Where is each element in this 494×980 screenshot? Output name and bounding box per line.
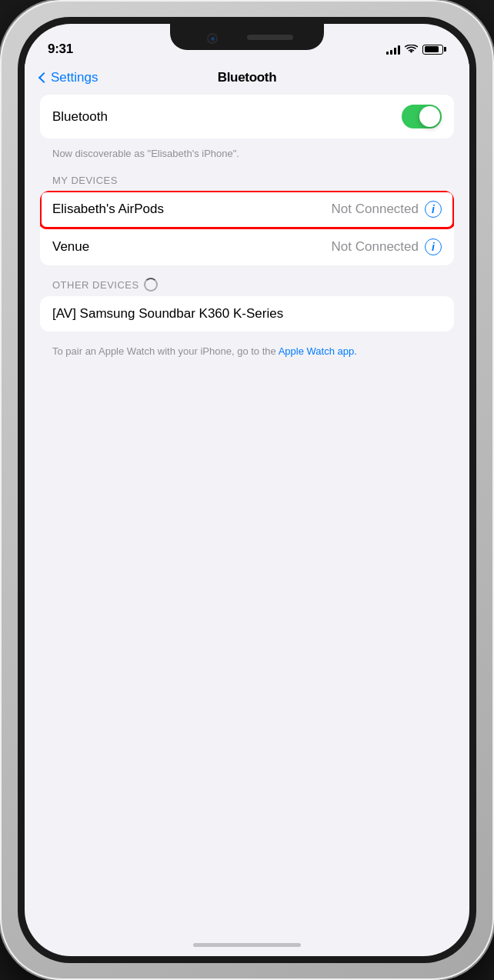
venue-info-icon: i xyxy=(432,242,435,252)
airpods-name: Elisabeth's AirPods xyxy=(52,202,164,217)
airpods-info-button[interactable]: i xyxy=(425,201,442,218)
notch xyxy=(170,24,324,50)
bluetooth-toggle-row: Bluetooth xyxy=(40,95,454,138)
soundbar-device-row[interactable]: [AV] Samsung Soundbar K360 K-Series xyxy=(40,296,454,332)
venue-status-group: Not Connected i xyxy=(332,238,442,255)
venue-status: Not Connected xyxy=(332,239,419,255)
other-devices-card: [AV] Samsung Soundbar K360 K-Series xyxy=(40,296,454,332)
venue-info-button[interactable]: i xyxy=(425,238,442,255)
bluetooth-toggle-label: Bluetooth xyxy=(52,109,108,125)
back-chevron-icon xyxy=(38,72,49,83)
status-icons xyxy=(386,45,446,55)
apple-watch-app-link[interactable]: Apple Watch app. xyxy=(279,345,357,357)
my-devices-card: Elisabeth's AirPods Not Connected i Venu… xyxy=(40,191,454,265)
venue-device-row[interactable]: Venue Not Connected i xyxy=(40,228,454,265)
wifi-icon xyxy=(405,45,418,55)
status-time: 9:31 xyxy=(48,42,73,57)
home-indicator xyxy=(193,943,301,947)
airpods-status-group: Not Connected i xyxy=(332,201,442,218)
back-label: Settings xyxy=(51,70,98,85)
info-icon: i xyxy=(432,204,435,215)
bluetooth-toggle-switch[interactable] xyxy=(402,105,442,128)
bluetooth-toggle-card: Bluetooth xyxy=(40,95,454,138)
airpods-device-row[interactable]: Elisabeth's AirPods Not Connected i xyxy=(40,191,454,228)
main-content: Bluetooth Now discoverable as "Elisabeth… xyxy=(25,95,469,359)
screen: 9:31 xyxy=(25,24,469,956)
back-button[interactable]: Settings xyxy=(40,70,98,85)
phone-inner: 9:31 xyxy=(18,17,476,963)
toggle-knob xyxy=(419,106,440,127)
scanning-spinner xyxy=(144,278,158,292)
battery-icon xyxy=(422,45,446,55)
my-devices-section-header: MY DEVICES xyxy=(40,168,454,191)
other-devices-label: OTHER DEVICES xyxy=(52,279,139,291)
nav-header: Settings Bluetooth xyxy=(25,64,469,95)
front-camera xyxy=(207,33,218,44)
venue-name: Venue xyxy=(52,239,89,255)
speaker xyxy=(247,35,293,40)
other-devices-section-header: OTHER DEVICES xyxy=(40,272,454,296)
airpods-status: Not Connected xyxy=(332,202,419,217)
discoverable-text: Now discoverable as "Elisabeth's iPhone"… xyxy=(40,145,454,168)
footer-note: To pair an Apple Watch with your iPhone,… xyxy=(40,338,454,359)
footer-text: To pair an Apple Watch with your iPhone,… xyxy=(52,345,279,357)
soundbar-name: [AV] Samsung Soundbar K360 K-Series xyxy=(52,306,283,322)
signal-icon xyxy=(386,45,400,55)
page-title: Bluetooth xyxy=(218,70,277,85)
phone-frame: 9:31 xyxy=(0,0,494,980)
